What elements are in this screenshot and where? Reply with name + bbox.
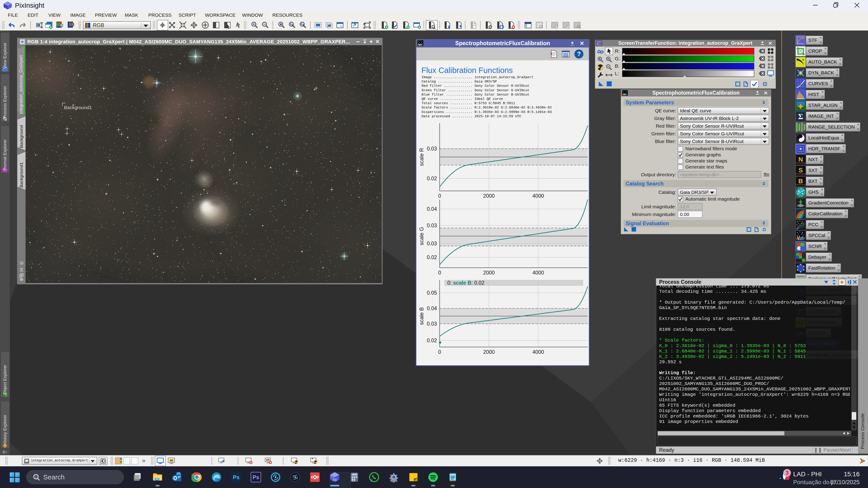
svg-text:0.05: 0.05: [427, 290, 437, 296]
svg-text:0.02: 0.02: [427, 337, 437, 344]
svg-text:24: 24: [170, 459, 173, 462]
svg-text:2000: 2000: [483, 270, 495, 275]
svg-text:4000: 4000: [532, 270, 544, 275]
svg-text:0.04: 0.04: [427, 206, 437, 212]
svg-text:0.03: 0.03: [427, 321, 437, 327]
svg-text:0: 0: [438, 270, 441, 275]
svg-text:0.03: 0.03: [427, 223, 437, 228]
svg-text:0.03: 0.03: [427, 146, 437, 152]
svg-text:S: S: [799, 167, 803, 174]
svg-text:xT•BTerminator: xT•BTerminator: [796, 184, 806, 186]
svg-text:0.02: 0.02: [427, 175, 437, 182]
svg-text:xT•STerminator: xT•STerminator: [796, 173, 806, 175]
svg-text:Σ: Σ: [798, 112, 803, 121]
svg-text:0: scale B: 0.02: 0: scale B: 0.02: [447, 280, 485, 286]
svg-text:0: 0: [438, 193, 441, 199]
svg-text:2000: 2000: [483, 193, 495, 199]
svg-text:N: N: [798, 156, 803, 163]
svg-text:B: B: [798, 177, 803, 185]
svg-text:2000: 2000: [483, 349, 495, 355]
svg-text:0: 0: [438, 349, 441, 355]
svg-text:4000: 4000: [532, 193, 544, 199]
svg-text:Ps: Ps: [252, 474, 259, 480]
svg-text:0.03: 0.03: [427, 240, 437, 247]
svg-text:scale G: scale G: [418, 227, 425, 245]
svg-text:0.02: 0.02: [427, 254, 437, 260]
svg-text:scale B: scale B: [418, 307, 425, 325]
svg-text:4000: 4000: [532, 349, 544, 355]
svg-text:scale R: scale R: [418, 148, 425, 166]
svg-text:xT•NTerminator: xT•NTerminator: [796, 162, 806, 164]
svg-text:Ps: Ps: [233, 474, 239, 480]
svg-text:0.04: 0.04: [427, 305, 437, 311]
